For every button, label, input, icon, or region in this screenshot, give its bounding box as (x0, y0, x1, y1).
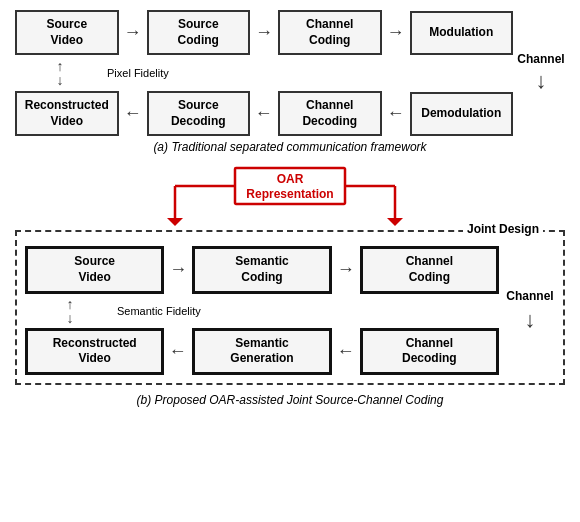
arrow-1b: → (164, 259, 192, 280)
semantic-fidelity-label: Semantic Fidelity (117, 305, 201, 317)
diagram-b-bottom-row: Reconstructed Video → Semantic Generatio… (25, 328, 499, 375)
semantic-generation-label: Semantic Generation (230, 336, 293, 367)
channel-coding-b-box: Channel Coding (360, 246, 499, 293)
channel-a-arrow: ↓ (536, 68, 547, 94)
svg-marker-8 (387, 218, 403, 226)
diagram-b: OAR Representation Joint Design Source V… (15, 164, 565, 406)
channel-decoding-b-box: Channel Decoding (360, 328, 499, 375)
caption-b: (b) Proposed OAR-assisted Joint Source-C… (137, 393, 444, 407)
channel-decoding-b-label: Channel Decoding (402, 336, 457, 367)
demodulation-label: Demodulation (421, 106, 501, 122)
channel-a-label: Channel (517, 52, 564, 66)
channel-decoding-a-label: Channel Decoding (302, 98, 357, 129)
arrow-4b: → (332, 341, 360, 362)
source-decoding-label: Source Decoding (171, 98, 226, 129)
diagram-a-top-row: Source Video → Source Coding → Channel C… (15, 10, 513, 55)
semantic-coding-label: Semantic Coding (235, 254, 288, 285)
reconstructed-video-a-box: Reconstructed Video (15, 91, 119, 136)
semantic-coding-box: Semantic Coding (192, 246, 331, 293)
arrow-6a: → (382, 103, 410, 124)
channel-coding-a-label: Channel Coding (306, 17, 353, 48)
arrow-4a: → (119, 103, 147, 124)
oar-arrows-svg: OAR Representation (15, 164, 565, 230)
reconstructed-video-b-label: Reconstructed Video (53, 336, 137, 367)
joint-design-label: Joint Design (463, 222, 543, 236)
diagram-a: Source Video → Source Coding → Channel C… (15, 10, 565, 154)
modulation-box: Modulation (410, 11, 514, 55)
joint-design-wrapper: Joint Design Source Video → Semantic Cod… (15, 230, 565, 384)
arrow-3b: → (164, 341, 192, 362)
b-rows: Source Video → Semantic Coding → Channel… (25, 246, 499, 374)
modulation-label: Modulation (429, 25, 493, 41)
source-video-a-label: Source Video (46, 17, 87, 48)
arrow-2b: → (332, 259, 360, 280)
b-rows-and-channel: Source Video → Semantic Coding → Channel… (25, 246, 555, 374)
channel-coding-b-label: Channel Coding (406, 254, 453, 285)
source-coding-label: Source Coding (178, 17, 219, 48)
arrow-2a: → (250, 22, 278, 43)
channel-decoding-a-box: Channel Decoding (278, 91, 382, 136)
b-channel-right: Channel ↓ (499, 246, 555, 374)
demodulation-box: Demodulation (410, 92, 514, 136)
source-coding-box: Source Coding (147, 10, 251, 55)
channel-b-arrow: ↓ (525, 307, 536, 333)
arrow-1a: → (119, 22, 147, 43)
source-decoding-box: Source Decoding (147, 91, 251, 136)
channel-b-label: Channel (506, 289, 553, 303)
arrow-3a: → (382, 22, 410, 43)
svg-marker-5 (167, 218, 183, 226)
arrow-5a: → (250, 103, 278, 124)
diagram-a-bottom-row: Reconstructed Video → Source Decoding → … (15, 91, 513, 136)
source-video-b-box: Source Video (25, 246, 164, 293)
source-video-a-box: Source Video (15, 10, 119, 55)
channel-coding-a-box: Channel Coding (278, 10, 382, 55)
svg-text:OAR: OAR (277, 172, 304, 186)
caption-a: (a) Traditional separated communication … (153, 140, 426, 154)
source-video-b-label: Source Video (74, 254, 115, 285)
pixel-fidelity-label: Pixel Fidelity (107, 67, 169, 79)
semantic-generation-box: Semantic Generation (192, 328, 331, 375)
diagram-b-top-row: Source Video → Semantic Coding → Channel… (25, 246, 499, 293)
reconstructed-video-b-box: Reconstructed Video (25, 328, 164, 375)
svg-text:Representation: Representation (246, 187, 333, 201)
reconstructed-video-a-label: Reconstructed Video (25, 98, 109, 129)
